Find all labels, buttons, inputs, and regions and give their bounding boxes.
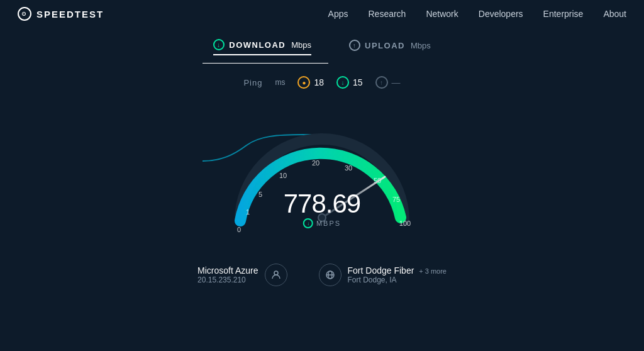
download-latency-number: 15 bbox=[353, 77, 363, 87]
tab-download[interactable]: ↓ DOWNLOAD Mbps bbox=[213, 39, 311, 55]
nav-link-research[interactable]: Research bbox=[368, 9, 406, 19]
upload-tab-label: UPLOAD bbox=[365, 41, 405, 50]
isp-location: Fort Dodge, IA bbox=[348, 276, 447, 284]
server-ip: 20.15.235.210 bbox=[197, 276, 258, 284]
svg-text:75: 75 bbox=[392, 196, 400, 203]
server-provider: Microsoft Azure 20.15.235.210 bbox=[197, 264, 287, 286]
logo-icon: ⊙ bbox=[18, 7, 31, 21]
server-name: Microsoft Azure bbox=[197, 265, 258, 276]
server-info: Microsoft Azure 20.15.235.210 bbox=[197, 265, 258, 284]
upload-tab-icon: ↑ bbox=[349, 40, 360, 51]
jitter-icon: ● bbox=[297, 76, 310, 89]
download-tab-label: DOWNLOAD bbox=[229, 40, 286, 50]
tab-underline bbox=[203, 63, 328, 64]
nav-link-network[interactable]: Network bbox=[426, 9, 458, 19]
svg-text:5: 5 bbox=[258, 191, 262, 198]
upload-latency-icon: ↑ bbox=[375, 76, 388, 89]
svg-text:100: 100 bbox=[399, 220, 411, 227]
upload-latency-number: — bbox=[392, 77, 401, 87]
download-tab-unit: Mbps bbox=[291, 40, 311, 50]
server-icon bbox=[265, 264, 287, 286]
svg-text:10: 10 bbox=[279, 172, 287, 179]
nav-links: AppsResearchNetworkDevelopersEnterpriseA… bbox=[328, 8, 626, 20]
ping-download-latency: ↓ 15 bbox=[336, 76, 363, 89]
speed-tabs: ↓ DOWNLOAD Mbps ↑ UPLOAD Mbps bbox=[213, 39, 430, 55]
speed-unit-icon: ↓ bbox=[303, 218, 313, 228]
ping-jitter-value: ● 18 bbox=[297, 76, 324, 89]
ping-unit: ms bbox=[275, 78, 285, 87]
nav-link-enterprise[interactable]: Enterprise bbox=[543, 9, 584, 19]
speed-display: 778.69 ↓ Mbps bbox=[284, 191, 360, 228]
nav-link-apps[interactable]: Apps bbox=[328, 9, 348, 19]
navbar: ⊙ SPEEDTEST AppsResearchNetworkDeveloper… bbox=[0, 0, 644, 28]
svg-text:1: 1 bbox=[246, 208, 250, 216]
provider-row: Microsoft Azure 20.15.235.210 bbox=[197, 264, 447, 286]
svg-point-11 bbox=[274, 271, 278, 275]
ping-label: Ping bbox=[243, 78, 262, 87]
download-tab-icon: ↓ bbox=[213, 39, 225, 50]
upload-tab-unit: Mbps bbox=[411, 41, 431, 50]
ping-upload-latency: ↑ — bbox=[375, 76, 401, 89]
svg-text:30: 30 bbox=[345, 164, 352, 172]
download-latency-icon: ↓ bbox=[336, 76, 349, 89]
jitter-number: 18 bbox=[314, 77, 324, 87]
gauge-area: 0 1 5 10 20 30 50 75 100 bbox=[121, 95, 523, 259]
ping-row: Ping ms ● 18 ↓ 15 ↑ — bbox=[243, 76, 400, 89]
logo-text: SPEEDTEST bbox=[36, 9, 104, 20]
nav-link-developers[interactable]: Developers bbox=[479, 9, 523, 19]
speed-unit-row: ↓ Mbps bbox=[284, 218, 360, 228]
isp-more: + 3 more bbox=[419, 267, 447, 275]
isp-info: Fort Dodge Fiber + 3 more Fort Dodge, IA bbox=[348, 265, 447, 284]
svg-text:0: 0 bbox=[237, 226, 241, 233]
tab-upload[interactable]: ↑ UPLOAD Mbps bbox=[349, 39, 431, 55]
speed-unit-label: Mbps bbox=[316, 220, 341, 227]
svg-text:20: 20 bbox=[312, 159, 319, 167]
main-content: ↓ DOWNLOAD Mbps ↑ UPLOAD Mbps Ping ms ● … bbox=[0, 28, 644, 286]
isp-provider: Fort Dodge Fiber + 3 more Fort Dodge, IA bbox=[319, 264, 447, 286]
speed-value: 778.69 bbox=[284, 191, 360, 217]
isp-name: Fort Dodge Fiber + 3 more bbox=[348, 265, 447, 276]
logo[interactable]: ⊙ SPEEDTEST bbox=[18, 7, 104, 21]
nav-link-about[interactable]: About bbox=[603, 9, 626, 19]
isp-icon bbox=[319, 264, 341, 286]
